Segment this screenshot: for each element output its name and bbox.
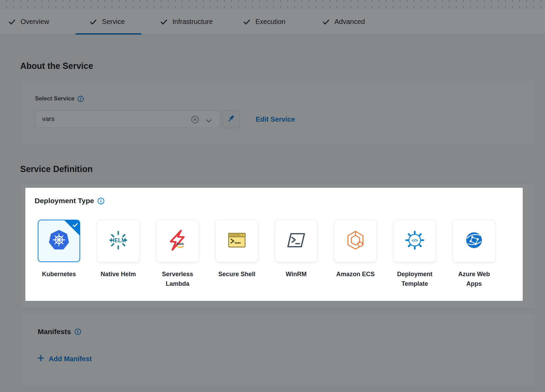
kubernetes-tile[interactable] (38, 220, 80, 262)
service-select-value: vars (42, 115, 54, 123)
amazon-ecs-icon (344, 229, 366, 253)
secure-shell-tile[interactable] (216, 220, 258, 262)
check-icon (89, 18, 97, 26)
plus-icon (37, 354, 45, 364)
info-icon[interactable] (77, 96, 84, 102)
deployment-template-tile[interactable]: </> (393, 220, 436, 262)
tile-label: Serverless Lambda (155, 269, 201, 289)
native-helm-tile[interactable]: HELM (97, 220, 140, 262)
about-service-card: Select Service vars Edit Service (20, 80, 537, 145)
helm-icon: HELM (107, 229, 129, 253)
tab-advanced[interactable]: Advanced (322, 9, 365, 34)
secure-shell-icon (226, 229, 248, 253)
tab-infrastructure[interactable]: Infrastructure (160, 9, 213, 34)
svg-text:HELM: HELM (110, 237, 126, 243)
svg-text:</>: </> (412, 238, 418, 243)
deployment-type-native-helm: HELM Native Helm (97, 220, 140, 289)
pin-icon (227, 114, 235, 124)
check-icon (243, 18, 251, 26)
tab-label: Execution (255, 18, 286, 26)
tab-service[interactable]: Service (89, 9, 125, 34)
deployment-type-spotlight: Deployment Type (25, 188, 523, 301)
manifests-card: Manifests Add Manifest (20, 313, 537, 387)
selected-check-icon (73, 222, 78, 229)
azure-web-apps-tile[interactable] (453, 220, 495, 262)
deployment-type-serverless-lambda: aws Serverless Lambda (156, 220, 199, 289)
pipeline-canvas-dot-grid (0, 0, 545, 10)
manifests-heading: Manifests (38, 328, 71, 336)
deployment-type-kubernetes: Kubernetes (38, 220, 80, 289)
tab-label: Advanced (335, 18, 365, 26)
tab-label: Overview (21, 18, 49, 26)
tile-label: Deployment Template (392, 269, 438, 289)
info-icon[interactable] (97, 197, 105, 205)
deployment-type-tiles: Kubernetes HELM (38, 220, 495, 289)
tile-label: Amazon ECS (332, 269, 378, 279)
tab-execution[interactable]: Execution (243, 9, 286, 34)
deployment-template-icon: </> (404, 229, 426, 253)
edit-service-link[interactable]: Edit Service (256, 115, 295, 123)
azure-web-apps-icon (463, 229, 485, 253)
tile-label: Native Helm (95, 269, 141, 279)
active-tab-underline (75, 33, 142, 35)
tile-label: Secure Shell (214, 269, 260, 279)
deployment-type-azure-web-apps: Azure Web Apps (453, 220, 495, 289)
add-manifest-button[interactable]: Add Manifest (37, 354, 92, 364)
amazon-ecs-tile[interactable] (334, 220, 377, 262)
tab-overview[interactable]: Overview (8, 9, 49, 34)
add-manifest-label: Add Manifest (49, 355, 92, 363)
tab-label: Infrastructure (172, 18, 213, 26)
select-service-label: Select Service (35, 95, 74, 102)
deployment-type-secure-shell: Secure Shell (216, 220, 258, 289)
svg-text:aws: aws (177, 242, 184, 246)
tile-label: Azure Web Apps (451, 269, 497, 289)
service-config-page: Overview Service Infrastructure Executio… (0, 0, 545, 392)
service-definition-heading: Service Definition (20, 164, 93, 174)
pin-service-button[interactable] (222, 110, 240, 128)
stage-tabbar: Overview Service Infrastructure Executio… (0, 9, 545, 35)
chevron-down-icon[interactable] (206, 118, 211, 124)
serverless-lambda-tile[interactable]: aws (156, 220, 199, 262)
deployment-type-amazon-ecs: Amazon ECS (334, 220, 377, 289)
deployment-type-label: Deployment Type (35, 197, 94, 205)
serverless-lambda-icon: aws (167, 229, 189, 253)
service-select-input[interactable]: vars (35, 110, 220, 128)
check-icon (322, 18, 330, 26)
about-service-heading: About the Service (20, 61, 93, 71)
check-icon (8, 18, 16, 26)
winrm-tile[interactable] (275, 220, 317, 262)
tab-label: Service (102, 18, 125, 26)
tile-label: WinRM (273, 269, 319, 279)
tile-label: Kubernetes (36, 269, 82, 279)
deployment-type-winrm: WinRM (275, 220, 317, 289)
check-icon (160, 18, 168, 26)
clear-icon[interactable] (191, 115, 199, 125)
info-icon[interactable] (74, 328, 81, 335)
winrm-icon (285, 229, 307, 253)
deployment-type-deployment-template: </> Deployment Template (393, 220, 436, 289)
